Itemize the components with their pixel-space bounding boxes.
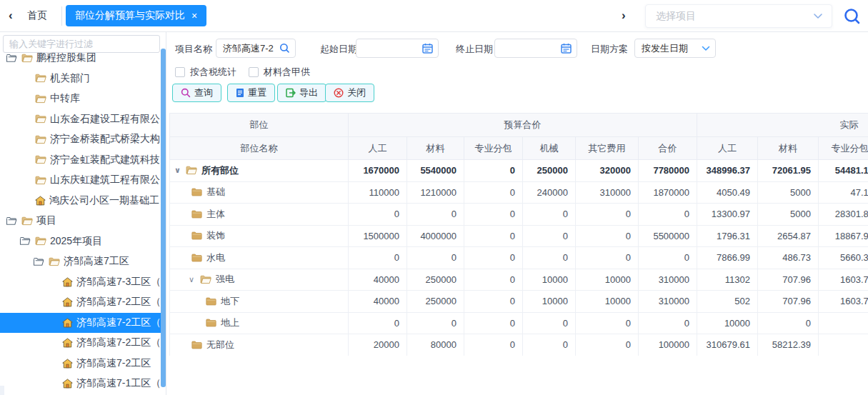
- tree-item[interactable]: 济邹高速7-1工区（: [0, 374, 161, 394]
- checkbox-box[interactable]: [175, 67, 185, 77]
- part-name-label: 所有部位: [201, 164, 239, 177]
- table-row[interactable]: 基础1100001210000024000031000018700004050.…: [170, 181, 868, 204]
- row-expander-icon[interactable]: ∨: [189, 275, 200, 284]
- folder-open-icon: [49, 257, 60, 266]
- value-cell: 310000: [576, 181, 639, 204]
- value-cell: 1210000: [407, 181, 464, 204]
- tree-item[interactable]: 济邹高速7-2工区: [0, 354, 161, 374]
- value-cell: 1603.77: [819, 269, 868, 291]
- value-cell: 5540000: [407, 160, 464, 182]
- table-column-header: 材料: [407, 137, 464, 160]
- calendar-icon[interactable]: [561, 43, 572, 54]
- table-row[interactable]: 地上0000001000000: [170, 312, 868, 334]
- tree-item-label: 济邹高速7-2工区（: [76, 316, 161, 329]
- value-cell: 5500000: [639, 225, 697, 247]
- export-button[interactable]: 导出: [277, 84, 326, 102]
- project-name-input[interactable]: 济邹高速7-2: [216, 39, 296, 58]
- calendar-icon[interactable]: [422, 43, 433, 54]
- tree-item-label: 项目: [36, 214, 56, 227]
- date-scheme-value: 按发生日期: [642, 42, 702, 55]
- folder-open-icon: [21, 216, 33, 226]
- checkbox-box[interactable]: [249, 67, 259, 77]
- tree-item-label: 济邹高速7-2工区（: [76, 296, 161, 309]
- value-cell: 0: [407, 204, 464, 226]
- tree-item[interactable]: 济宁金桥装配式桥梁大构: [0, 129, 161, 150]
- checkbox-tax-included[interactable]: 按含税统计: [175, 66, 236, 79]
- checkbox-material-owner-supplied[interactable]: 材料含甲供: [249, 66, 310, 79]
- value-cell: 0: [523, 334, 576, 356]
- table-row[interactable]: ∨强电400002500000100001000031000011302707.…: [170, 269, 868, 291]
- start-date-label: 起始日期: [320, 43, 357, 56]
- button-label: 重置: [248, 86, 266, 99]
- value-cell: 0: [464, 269, 523, 291]
- table-row[interactable]: 水电0000007866.99486.735660.38: [170, 247, 868, 269]
- close-tab-icon[interactable]: ×: [191, 11, 197, 21]
- table-column-header: 专业分包: [819, 137, 868, 160]
- close-button[interactable]: 关闭: [325, 84, 374, 102]
- tree-item-label: 济邹高速7-2工区（: [76, 336, 161, 349]
- tree-item-label: 济邹高速7工区: [64, 255, 129, 268]
- part-name-cell: ∨所有部位: [170, 160, 349, 182]
- tree-item[interactable]: 济宁金虹装配式建筑科技: [0, 150, 161, 171]
- value-cell: 10000: [576, 291, 639, 313]
- tree-expander-icon[interactable]: [19, 236, 35, 246]
- end-date-input[interactable]: [494, 39, 577, 58]
- tree-item-label: 2025年项目: [50, 235, 102, 248]
- value-cell: 0: [576, 225, 639, 247]
- table-row[interactable]: 地下4000025000001000010000310000502707.961…: [170, 291, 868, 313]
- tree-item[interactable]: 济邹高速7工区: [0, 251, 161, 272]
- value-cell: 486.73: [758, 247, 819, 269]
- row-expander-icon[interactable]: ∨: [174, 166, 186, 175]
- table-row[interactable]: 无部位2000080000000100000310679.6158212.390: [170, 334, 868, 356]
- tree-item[interactable]: 济邹高速7-3工区（: [0, 272, 161, 293]
- back-chevron-icon[interactable]: ‹: [9, 8, 13, 24]
- value-cell: 110000: [349, 181, 407, 204]
- tree-item[interactable]: 山东金石建设工程有限公: [0, 109, 161, 130]
- value-cell: 4050.49: [697, 181, 758, 204]
- tree-item[interactable]: 济邹高速7-2工区（: [0, 333, 161, 354]
- tree-expander-icon[interactable]: [6, 216, 21, 226]
- tree-item[interactable]: 2025年项目: [0, 231, 161, 252]
- tab-home[interactable]: 首页: [27, 9, 47, 22]
- tree-item[interactable]: 鸿庆公司小区一期基础工: [0, 191, 161, 211]
- table-column-header: 人工: [349, 137, 407, 160]
- query-button[interactable]: 查询: [172, 84, 221, 102]
- tab-divider: [61, 6, 62, 26]
- table-row[interactable]: 装饰1500000400000000055000001796.312654.87…: [170, 225, 868, 247]
- value-cell: 250000: [523, 160, 576, 182]
- tree-item[interactable]: 项目: [0, 211, 161, 231]
- project-select[interactable]: 选择项目: [645, 4, 832, 28]
- value-cell: 1796.31: [697, 225, 758, 247]
- tree-item[interactable]: 济邹高速7-2工区（: [0, 313, 161, 334]
- tree-item[interactable]: 山东庆虹建筑工程有限公: [0, 170, 161, 191]
- folder-open-icon: [21, 54, 33, 63]
- table-group-header: 实际: [697, 114, 868, 137]
- value-cell: 0: [576, 247, 639, 269]
- part-name-cell: 无部位: [170, 334, 349, 356]
- table-row[interactable]: 主体00000013300.97500028301.89: [170, 204, 868, 226]
- part-name-cell: ∨强电: [170, 269, 349, 291]
- tree-item[interactable]: 济邹高速7-2工区（: [0, 292, 161, 313]
- forward-chevron-icon[interactable]: ›: [622, 8, 626, 24]
- project-search-icon[interactable]: [279, 43, 290, 54]
- value-cell: 0: [407, 312, 464, 334]
- reset-button[interactable]: 重置: [227, 84, 275, 102]
- table-row[interactable]: ∨所有部位16700005540000025000032000077800003…: [170, 160, 868, 182]
- value-cell: 707.96: [758, 269, 819, 291]
- part-name-label: 无部位: [206, 339, 234, 351]
- tree-item[interactable]: 中转库: [0, 89, 161, 109]
- value-cell: 0: [464, 291, 523, 313]
- tree-item-label: 山东庆虹建筑工程有限公: [50, 174, 160, 186]
- sidebar-scrollbar[interactable]: [161, 49, 166, 387]
- date-scheme-select[interactable]: 按发生日期: [634, 39, 716, 58]
- tab-active[interactable]: 部位分解预算与实际对比 ×: [66, 5, 206, 26]
- tree-expander-icon[interactable]: [6, 54, 21, 63]
- value-cell: 0: [576, 312, 639, 334]
- value-cell: 10000: [576, 269, 639, 291]
- tree-item[interactable]: 鹏程控股集团: [0, 48, 161, 69]
- start-date-input[interactable]: [356, 39, 439, 58]
- value-cell: 0: [576, 334, 639, 356]
- search-icon[interactable]: [843, 7, 862, 26]
- tree-expander-icon[interactable]: [33, 257, 49, 266]
- tree-item[interactable]: 机关部门: [0, 69, 161, 89]
